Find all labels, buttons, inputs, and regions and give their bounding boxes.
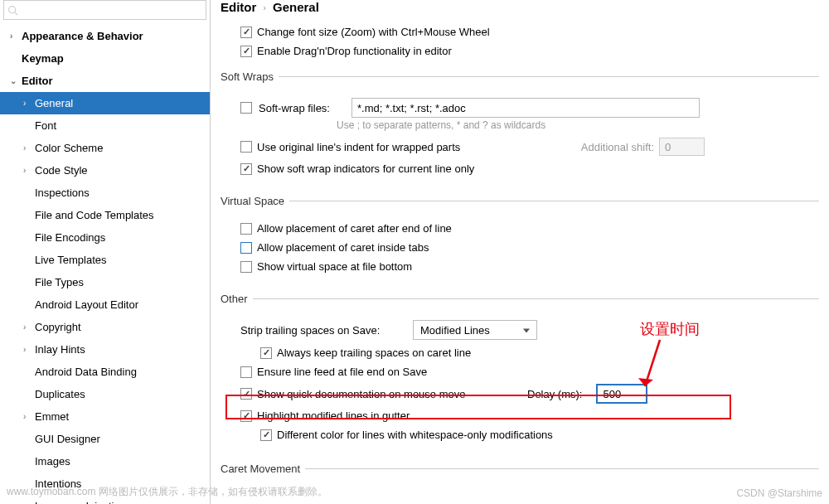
caret-movement-legend: Caret Movement [221, 463, 305, 475]
sidebar-item-file-templates[interactable]: File and Code Templates [0, 204, 210, 226]
sidebar-item-editor[interactable]: ⌄Editor [0, 70, 210, 92]
sidebar-item-general[interactable]: ›General [0, 92, 210, 114]
soft-wrap-files-input[interactable] [351, 98, 700, 118]
main-panel: Editor › General Change font size (Zoom)… [211, 0, 829, 504]
virtual-bottom-checkbox[interactable] [240, 261, 252, 273]
sidebar-item-android-layout[interactable]: Android Layout Editor [0, 293, 210, 316]
keep-caret-label: Always keep trailing spaces on caret lin… [277, 346, 471, 359]
sidebar-item-appearance[interactable]: ›Appearance & Behavior [0, 25, 210, 47]
diff-color-checkbox[interactable] [260, 429, 272, 441]
settings-tree: ›Appearance & Behavior Keymap ⌄Editor ›G… [0, 25, 210, 504]
sidebar-item-label: Language Injections [35, 500, 131, 504]
strip-label: Strip trailing spaces on Save: [240, 324, 406, 337]
sidebar-item-label: Keymap [22, 52, 64, 65]
highlight-checkbox[interactable] [240, 410, 252, 422]
watermark-bottom-right: CSDN @Starshime [736, 487, 822, 499]
chevron-right-icon: › [263, 2, 266, 12]
zoom-checkbox[interactable] [240, 27, 252, 38]
sidebar-item-duplicates[interactable]: Duplicates [0, 383, 210, 405]
sidebar-item-copyright[interactable]: ›Copyright [0, 316, 210, 338]
ensure-lf-checkbox[interactable] [240, 366, 252, 378]
keep-caret-checkbox[interactable] [260, 347, 272, 359]
delay-input[interactable] [597, 385, 647, 403]
sidebar-item-label: Inspections [35, 187, 90, 199]
caret-eol-label: Allow placement of caret after end of li… [257, 222, 452, 235]
settings-sidebar: ›Appearance & Behavior Keymap ⌄Editor ›G… [0, 0, 211, 504]
svg-line-1 [15, 12, 17, 14]
sidebar-item-label: Live Templates [35, 254, 106, 266]
dnd-label: Enable Drag'n'Drop functionality in edit… [257, 45, 452, 57]
sidebar-item-label: Emmet [35, 410, 69, 423]
sidebar-item-code-style[interactable]: ›Code Style [0, 159, 210, 182]
breadcrumb: Editor › General [221, 0, 819, 19]
quick-doc-label: Show quick documentation on mouse move [257, 388, 522, 400]
search-box[interactable] [3, 0, 206, 20]
sidebar-item-label: Code Style [35, 164, 88, 177]
sidebar-item-color-scheme[interactable]: ›Color Scheme [0, 137, 210, 159]
sidebar-item-label: Images [35, 455, 70, 468]
zoom-label: Change font size (Zoom) with Ctrl+Mouse … [257, 26, 490, 38]
diff-color-label: Different color for lines with whitespac… [277, 429, 553, 441]
strip-select[interactable]: Modified Lines [413, 320, 537, 340]
sidebar-item-label: File Encodings [35, 231, 105, 244]
caret-movement-group: Caret Movement [221, 463, 819, 483]
sidebar-item-emmet[interactable]: ›Emmet [0, 405, 210, 428]
soft-wrap-files-checkbox[interactable] [240, 102, 252, 114]
sidebar-item-images[interactable]: Images [0, 450, 210, 472]
sidebar-item-label: Font [35, 119, 56, 132]
sidebar-item-label: Editor [22, 75, 53, 87]
soft-wrap-files-label: Soft-wrap files: [259, 102, 345, 114]
search-icon [7, 5, 18, 16]
soft-wraps-legend: Soft Wraps [221, 70, 279, 83]
search-input[interactable] [22, 4, 202, 17]
additional-shift-label: Additional shift: [581, 141, 654, 153]
sidebar-item-label: General [35, 97, 73, 109]
sidebar-item-android-data-binding[interactable]: Android Data Binding [0, 361, 210, 383]
soft-wraps-group: Soft Wraps Soft-wrap files: Use ; to sep… [221, 70, 819, 182]
caret-tabs-label: Allow placement of caret inside tabs [257, 241, 429, 254]
caret-eol-checkbox[interactable] [240, 223, 252, 235]
sidebar-item-gui-designer[interactable]: GUI Designer [0, 428, 210, 450]
breadcrumb-a: Editor [221, 0, 256, 14]
delay-label: Delay (ms): [527, 388, 582, 400]
sidebar-item-label: Android Layout Editor [35, 298, 138, 311]
sidebar-item-label: Color Scheme [35, 142, 103, 154]
sidebar-item-label: File Types [35, 276, 84, 288]
sidebar-item-label: Appearance & Behavior [22, 30, 143, 42]
sidebar-item-live-templates[interactable]: Live Templates [0, 249, 210, 271]
sidebar-item-label: Inlay Hints [35, 343, 85, 356]
sidebar-item-label: File and Code Templates [35, 209, 154, 221]
sidebar-item-inlay-hints[interactable]: ›Inlay Hints [0, 338, 210, 361]
sidebar-item-keymap[interactable]: Keymap [0, 47, 210, 70]
watermark-bottom-left: www.toymoban.com 网络图片仅供展示，非存储，如有侵权请联系删除。 [7, 485, 327, 499]
sidebar-item-label: Android Data Binding [35, 366, 137, 378]
sidebar-item-file-encodings[interactable]: File Encodings [0, 226, 210, 249]
svg-point-0 [9, 6, 16, 12]
breadcrumb-b: General [273, 0, 319, 14]
orig-indent-label: Use original line's indent for wrapped p… [257, 141, 460, 153]
virtual-space-group: Virtual Space Allow placement of caret a… [221, 195, 819, 279]
other-group: Other Strip trailing spaces on Save: Mod… [221, 293, 819, 448]
sidebar-item-font[interactable]: Font [0, 114, 210, 137]
sidebar-item-inspections[interactable]: Inspections [0, 182, 210, 204]
caret-tabs-checkbox[interactable] [240, 242, 252, 254]
highlight-label: Highlight modified lines in gutter [257, 410, 410, 422]
sidebar-item-file-types[interactable]: File Types [0, 271, 210, 293]
quick-doc-checkbox[interactable] [240, 388, 252, 400]
other-legend: Other [221, 293, 253, 305]
ensure-lf-label: Ensure line feed at file end on Save [257, 366, 427, 378]
dnd-checkbox[interactable] [240, 46, 252, 57]
soft-wrap-hint: Use ; to separate patterns, * and ? as w… [337, 119, 819, 131]
sidebar-item-label: Duplicates [35, 388, 85, 400]
additional-shift-input [659, 138, 705, 156]
show-indic-label: Show soft wrap indicators for current li… [257, 162, 474, 175]
virtual-bottom-label: Show virtual space at file bottom [257, 260, 412, 273]
annotation-text: 设置时间 [640, 319, 700, 339]
show-indic-checkbox[interactable] [240, 163, 252, 175]
virtual-space-legend: Virtual Space [221, 195, 289, 207]
sidebar-item-label: GUI Designer [35, 433, 100, 445]
orig-indent-checkbox[interactable] [240, 141, 252, 153]
sidebar-item-label: Copyright [35, 321, 81, 333]
